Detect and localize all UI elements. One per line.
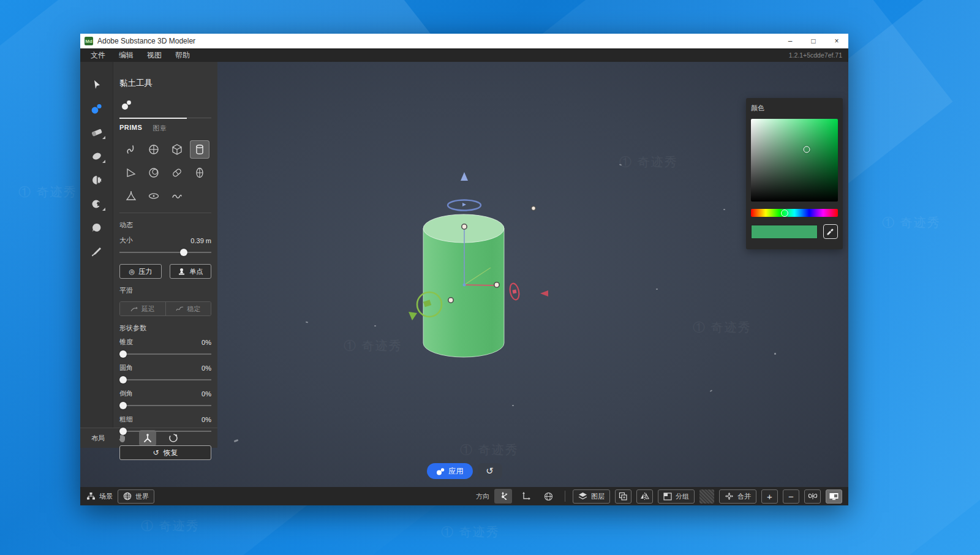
clay-tool-panel: 黏土工具 PRIMS 图章 xyxy=(113,62,217,428)
stabilize-button[interactable]: 稳定 xyxy=(165,302,211,315)
split-tool-button[interactable] xyxy=(88,173,106,187)
restore-icon: ↺ xyxy=(153,448,159,457)
prim-curve-button[interactable] xyxy=(121,140,141,159)
bevel-value: 0% xyxy=(202,390,211,398)
panel-title: 黏土工具 xyxy=(119,78,211,89)
prim-sphere-button[interactable] xyxy=(144,140,164,159)
minimize-button[interactable]: – xyxy=(778,34,802,48)
torus-icon xyxy=(147,166,160,179)
free-axes-icon xyxy=(498,491,508,501)
direction-world-button[interactable] xyxy=(540,489,557,504)
window-title: Adobe Substance 3D Modeler xyxy=(97,37,778,45)
direction-free-button[interactable] xyxy=(494,489,512,504)
prim-torus-button[interactable] xyxy=(144,164,164,182)
shape-params-label: 形状参数 xyxy=(119,323,211,333)
sv-cursor[interactable] xyxy=(803,146,810,153)
clay-tool-button[interactable] xyxy=(88,102,106,115)
display-mode-button[interactable] xyxy=(826,489,842,504)
pressure-button[interactable]: ◎ 压力 xyxy=(119,264,162,279)
fillet-label: 圆角 xyxy=(119,363,133,372)
direction-axis-button[interactable] xyxy=(517,489,535,504)
prim-wave-button[interactable] xyxy=(167,187,187,205)
crease-tool-button[interactable] xyxy=(88,197,106,211)
disc-icon xyxy=(147,189,160,203)
maximize-button[interactable]: □ xyxy=(802,34,825,48)
bottom-bar: 场景 世界 方向 图层 xyxy=(80,487,848,505)
menu-help[interactable]: 帮助 xyxy=(168,48,197,62)
mirror-button[interactable] xyxy=(636,489,653,504)
delay-button[interactable]: 延迟 xyxy=(120,302,165,315)
size-value: 0.39 m xyxy=(190,237,211,244)
cube-icon xyxy=(170,143,184,156)
paint-blob-icon xyxy=(90,222,104,234)
world-button[interactable]: 世界 xyxy=(118,489,154,504)
panel-tabs: PRIMS 图章 xyxy=(119,124,211,133)
tab-prims[interactable]: PRIMS xyxy=(119,124,142,133)
app-window: Md Adobe Substance 3D Modeler – □ × 文件 编… xyxy=(80,34,848,505)
debris-particle xyxy=(656,289,658,290)
prim-disc-button[interactable] xyxy=(144,187,164,205)
axis-l-icon xyxy=(521,491,531,501)
spike-icon xyxy=(124,189,138,203)
prim-ellipsoid-button[interactable] xyxy=(190,164,209,182)
scene-button[interactable]: 场景 xyxy=(86,492,113,501)
duplicate-button[interactable] xyxy=(615,489,631,504)
tab-stamp[interactable]: 图章 xyxy=(153,124,167,133)
eyedropper-button[interactable] xyxy=(823,224,838,239)
taper-slider[interactable] xyxy=(119,350,211,358)
erase-tool-button[interactable] xyxy=(88,126,106,139)
prim-cube-button[interactable] xyxy=(167,140,187,159)
debris-particle xyxy=(374,325,376,327)
half-sphere-icon xyxy=(90,174,104,186)
paint-tool-button[interactable] xyxy=(88,221,106,235)
titlebar[interactable]: Md Adobe Substance 3D Modeler – □ × xyxy=(80,34,848,48)
cylinder-icon xyxy=(193,143,206,156)
cursor-icon xyxy=(91,78,103,91)
prim-cylinder-button[interactable] xyxy=(190,140,209,159)
menu-edit[interactable]: 编辑 xyxy=(112,48,140,62)
close-button[interactable]: × xyxy=(825,34,848,48)
zoom-in-button[interactable]: + xyxy=(761,489,778,504)
taper-value: 0% xyxy=(202,339,211,346)
size-slider[interactable] xyxy=(119,248,211,257)
clay-icon xyxy=(436,467,445,475)
symmetry-button[interactable] xyxy=(804,489,821,504)
bevel-slider[interactable] xyxy=(119,401,211,410)
clay-icon xyxy=(90,102,104,115)
group-button[interactable]: 分组 xyxy=(658,489,695,504)
thickness-slider[interactable] xyxy=(119,427,211,436)
thickness-label: 粗细 xyxy=(119,415,133,424)
smooth-blob-icon xyxy=(90,150,104,162)
layers-button[interactable]: 图层 xyxy=(573,489,610,504)
hue-slider[interactable] xyxy=(751,209,838,217)
menu-view[interactable]: 视图 xyxy=(140,48,168,62)
restore-button[interactable]: ↺ 恢复 xyxy=(119,445,211,460)
smooth-tool-button[interactable] xyxy=(88,149,106,163)
pressure-icon: ◎ xyxy=(129,268,135,276)
brush-tool-button[interactable] xyxy=(88,245,106,259)
merge-button[interactable]: 合并 xyxy=(719,489,756,504)
single-point-button[interactable]: 单点 xyxy=(170,264,212,279)
thickness-value: 0% xyxy=(202,416,211,423)
monitor-icon xyxy=(829,493,839,500)
prim-spike-button[interactable] xyxy=(121,187,141,205)
hue-cursor[interactable] xyxy=(781,210,788,217)
apply-label: 应用 xyxy=(449,466,464,477)
divider xyxy=(565,491,565,502)
prim-cone-button[interactable] xyxy=(121,164,141,182)
apply-button[interactable]: 应用 xyxy=(427,463,473,479)
mirror-icon xyxy=(640,492,649,500)
fillet-slider[interactable] xyxy=(119,376,211,384)
stamp-icon xyxy=(178,268,186,276)
saturation-value-picker[interactable] xyxy=(751,119,838,202)
divider xyxy=(119,213,211,213)
butterfly-icon xyxy=(808,492,818,500)
undo-button[interactable]: ↺ xyxy=(478,463,502,479)
wave-icon xyxy=(170,189,184,203)
zoom-out-button[interactable]: − xyxy=(783,489,799,504)
menu-file[interactable]: 文件 xyxy=(84,48,112,62)
delay-icon xyxy=(130,306,138,312)
prim-capsule-button[interactable] xyxy=(167,164,187,182)
layers-icon xyxy=(578,492,587,500)
select-tool-button[interactable] xyxy=(88,78,106,91)
